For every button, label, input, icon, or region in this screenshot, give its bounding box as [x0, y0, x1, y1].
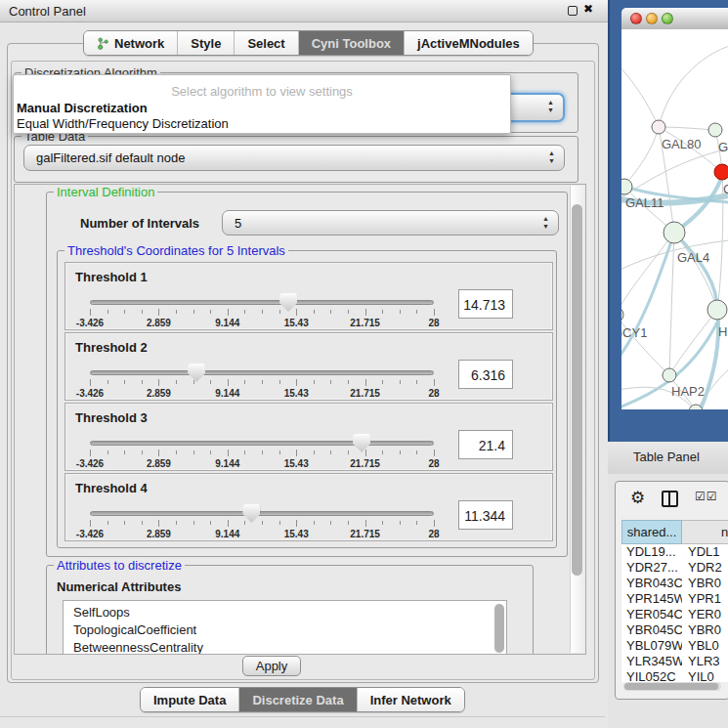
thresholds-group: Threshold's Coordinates for 5 Intervals …	[57, 250, 557, 548]
table-box: ⚙ ☑☑ shared...n YDL19...YDL1YDR27...YDR2…	[615, 481, 728, 700]
slider-track[interactable]	[90, 441, 434, 446]
tick-label: 21.715	[350, 388, 380, 399]
table-data-combo[interactable]: galFiltered.sif default node ▲▼	[23, 145, 565, 171]
tick-mark	[124, 310, 125, 314]
tick-mark	[244, 450, 245, 454]
tick-mark	[279, 450, 280, 454]
split-columns-icon[interactable]	[662, 491, 678, 507]
slider-track[interactable]	[90, 300, 434, 305]
attributes-scrollbar[interactable]	[494, 604, 504, 653]
tab-select[interactable]: Select	[235, 31, 298, 55]
table-row[interactable]: YDR27...YDR2	[621, 560, 728, 576]
tick-mark	[330, 450, 331, 454]
node-label: GCY1	[621, 325, 647, 340]
network-canvas[interactable]: GAL80GACGAL11GAL4GCY1HHAP2	[621, 29, 728, 409]
tick-mark	[296, 450, 297, 456]
tab-network[interactable]: Network	[84, 31, 178, 55]
tick-mark	[244, 310, 245, 314]
tick-mark	[382, 380, 383, 384]
table-cell: YBR0	[682, 622, 728, 638]
table-cell: YDL19...	[621, 544, 682, 560]
table-hscrollbar[interactable]	[623, 682, 721, 691]
minimize-traffic-light-icon[interactable]	[646, 13, 658, 24]
float-window-icon[interactable]	[568, 6, 578, 16]
column-header-n[interactable]: n	[682, 520, 728, 544]
tick-mark	[348, 380, 349, 384]
table-row[interactable]: YIL052CYIL0	[621, 669, 728, 682]
table-data-combo-value: galFiltered.sif default node	[36, 150, 185, 165]
combo-arrows-icon: ▲▼	[547, 99, 554, 114]
threshold-slider[interactable]: -3.4262.8599.14415.4321.71528	[90, 507, 434, 538]
table-hscrollbar-thumb[interactable]	[624, 683, 718, 690]
network-node-hap2[interactable]	[663, 368, 676, 382]
tick-mark	[416, 380, 417, 384]
tab-jactivemnodules[interactable]: jActiveMNodules	[405, 31, 533, 55]
control-panel-title: Control Panel	[9, 4, 86, 19]
gear-icon[interactable]: ⚙	[630, 488, 645, 508]
attribute-item-topologicalcoefficient[interactable]: TopologicalCoefficient	[64, 621, 506, 639]
attribute-item-selfloops[interactable]: SelfLoops	[64, 604, 506, 621]
slider-thumb[interactable]	[353, 434, 370, 452]
tab-label: Cyni Toolbox	[312, 36, 391, 51]
network-node-ga[interactable]	[708, 123, 722, 137]
tab-discretize-data[interactable]: Discretize Data	[239, 688, 357, 711]
network-node-gcy1[interactable]	[621, 307, 623, 322]
threshold-value-field[interactable]: 21.4	[458, 430, 513, 459]
algorithm-option-manual-discretization[interactable]: Manual Discretization	[16, 101, 508, 116]
threshold-slider[interactable]: -3.4262.8599.14415.4321.71528	[90, 437, 434, 468]
network-icon	[97, 37, 109, 50]
network-node-gal4[interactable]	[664, 222, 685, 243]
table-row[interactable]: YBR045CYBR0	[621, 622, 728, 638]
network-node-h[interactable]	[707, 300, 727, 320]
tick-mark	[158, 450, 159, 456]
tick-mark	[434, 379, 435, 386]
tick-mark	[348, 310, 349, 314]
combo-arrows-icon: ▲▼	[548, 150, 555, 165]
column-header-shared[interactable]: shared...	[621, 520, 682, 544]
slider-track[interactable]	[90, 370, 434, 375]
network-node-c[interactable]	[714, 164, 728, 180]
table-cell: YLR345W	[621, 654, 682, 669]
attribute-item-betweennesscentrality[interactable]: BetweennessCentrality	[64, 639, 506, 655]
column-checkboxes-icon[interactable]: ☑☑	[695, 490, 718, 503]
tick-mark	[296, 379, 297, 386]
settings-scrollbar-track[interactable]	[570, 186, 584, 653]
apply-button[interactable]: Apply	[242, 656, 301, 676]
tab-style[interactable]: Style	[178, 31, 235, 55]
tick-label: 2.859	[147, 318, 171, 328]
threshold-slider[interactable]: -3.4262.8599.14415.4321.71528	[90, 366, 434, 398]
tick-mark	[176, 380, 177, 384]
slider-thumb[interactable]	[188, 364, 205, 382]
slider-track[interactable]	[90, 511, 434, 516]
threshold-label: Threshold 3	[75, 410, 148, 425]
threshold-value-field[interactable]: 11.344	[458, 500, 513, 530]
threshold-slider[interactable]: -3.4262.8599.14415.4321.71528	[90, 296, 434, 327]
table-row[interactable]: YBL079WYBL0	[621, 638, 728, 654]
table-row[interactable]: YDL19...YDL1	[621, 544, 728, 560]
tick-mark	[416, 450, 417, 454]
tab-infer-network[interactable]: Infer Network	[358, 688, 464, 711]
network-node-gal11[interactable]	[621, 179, 632, 194]
network-node-gal80[interactable]	[652, 120, 665, 134]
close-traffic-light-icon[interactable]	[630, 13, 642, 24]
table-row[interactable]: YPR145WYPR1	[621, 591, 728, 607]
table-row[interactable]: YLR345WYLR3	[621, 654, 728, 669]
table-cell: YBR045C	[621, 622, 682, 638]
tick-mark	[193, 380, 194, 384]
close-icon[interactable]: ✖	[583, 2, 593, 16]
algorithm-option-equal-width-frequency-discretization[interactable]: Equal Width/Frequency Discretization	[16, 116, 508, 132]
algorithm-hint: Select algorithm to view settings	[14, 84, 510, 99]
table-row[interactable]: YBR043CYBR0	[621, 576, 728, 591]
tab-cyni-toolbox[interactable]: Cyni Toolbox	[299, 31, 405, 55]
threshold-value-field[interactable]: 14.713	[458, 289, 513, 319]
slider-thumb[interactable]	[279, 293, 297, 312]
settings-scrollbar-thumb[interactable]	[572, 204, 582, 576]
tab-impute-data[interactable]: Impute Data	[141, 688, 239, 711]
zoom-traffic-light-icon[interactable]	[662, 13, 673, 24]
threshold-value-field[interactable]: 6.316	[458, 360, 513, 389]
table-row[interactable]: YER054CYER0	[621, 607, 728, 622]
threshold-label: Threshold 4	[75, 481, 148, 495]
num-intervals-combo[interactable]: 5 ▲▼	[222, 210, 559, 236]
tick-mark	[365, 309, 366, 316]
tab-label: Infer Network	[370, 693, 451, 707]
